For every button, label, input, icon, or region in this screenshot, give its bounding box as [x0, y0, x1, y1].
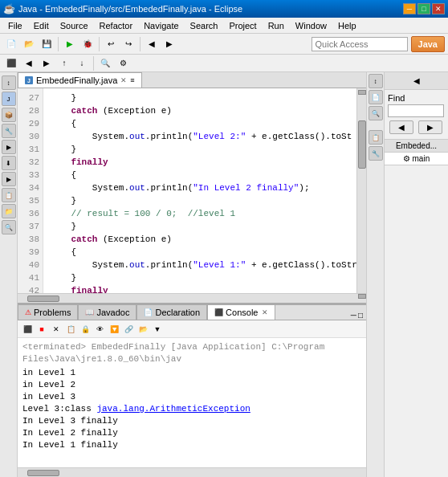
toolbar2-btn7[interactable]: ⚙ [115, 55, 131, 71]
run-button[interactable]: ▶ [62, 36, 78, 52]
sidebar-btn-8[interactable]: 📋 [2, 188, 16, 202]
exception-link[interactable]: java.lang.ArithmeticException [96, 404, 250, 414]
panel-maximize-icon[interactable]: □ [358, 311, 363, 320]
sidebar-btn-1[interactable]: ↕ [2, 75, 16, 90]
tab-problems[interactable]: ⚠ Problems [18, 304, 78, 320]
console-hscroll-thumb[interactable] [27, 470, 59, 476]
tab-console-label: Console [226, 308, 258, 317]
toolbar2-btn6[interactable]: 🔍 [97, 55, 113, 71]
declaration-icon: 📄 [144, 308, 153, 316]
sidebar-btn-9[interactable]: 📁 [2, 204, 16, 218]
center-content: J EmbededFinally.java ✕ ≡ 27 28 29 30 31… [18, 72, 366, 477]
sidebar-btn-2[interactable]: J [2, 92, 16, 106]
far-right-main-tab[interactable]: ⚙ main [385, 153, 448, 165]
menu-edit[interactable]: Edit [29, 19, 54, 32]
redo-button[interactable]: ↪ [120, 36, 136, 52]
tab-close-icon[interactable]: ✕ [120, 76, 127, 84]
far-right-top-bar: ◀ [385, 72, 448, 90]
editor-horizontal-scrollbar[interactable] [18, 293, 366, 303]
tab-javadoc[interactable]: 📖 Javadoc [78, 304, 136, 320]
minimize-button[interactable]: ─ [403, 3, 416, 14]
console-stop-button[interactable]: ■ [35, 323, 48, 336]
sidebar-btn-10[interactable]: 🔍 [2, 220, 16, 234]
toolbar2-btn4[interactable]: ↑ [56, 55, 72, 71]
java-file-icon: J [25, 76, 33, 84]
sidebar-btn-6[interactable]: ⬇ [2, 156, 16, 170]
console-line-5: In Level 3 finally [22, 415, 361, 427]
toolbar2-btn3[interactable]: ▶ [39, 55, 55, 71]
sidebar-btn-5[interactable]: ▶ [2, 140, 16, 154]
open-button[interactable]: 📂 [21, 36, 37, 52]
editor-tab-embededfinally[interactable]: J EmbededFinally.java ✕ ≡ [18, 72, 142, 88]
far-right-embeded-tab[interactable]: Embeded... [385, 140, 448, 153]
console-close-icon[interactable]: ✕ [262, 308, 268, 316]
code-editor[interactable]: } catch (Exception e) { System.out.print… [43, 88, 356, 293]
console-filter-button[interactable]: 🔽 [108, 323, 120, 336]
console-remove-button[interactable]: ✕ [50, 323, 63, 336]
debug-button[interactable]: 🐞 [79, 36, 96, 52]
menu-run[interactable]: Run [263, 19, 289, 32]
forward-button[interactable]: ▶ [161, 36, 177, 52]
tab-declaration[interactable]: 📄 Declaration [136, 304, 207, 320]
editor-vertical-scrollbar[interactable] [356, 88, 366, 293]
menu-project[interactable]: Project [224, 19, 261, 32]
toolbar2-btn1[interactable]: ⬛ [3, 55, 19, 71]
save-button[interactable]: 💾 [39, 36, 55, 52]
maximize-button[interactable]: □ [417, 3, 430, 14]
editor-hscroll-thumb[interactable] [27, 296, 59, 302]
console-menu-button[interactable]: ▼ [151, 323, 164, 336]
right-sidebar-btn-2[interactable]: 📄 [369, 90, 383, 104]
right-sidebar: ↕ 📄 🔍 📋 🔧 [366, 72, 384, 477]
right-sidebar-btn-5[interactable]: 🔧 [369, 146, 383, 161]
console-line-4: Level 3:class java.lang.ArithmeticExcept… [22, 403, 361, 415]
sidebar-btn-7[interactable]: ▶ [2, 172, 16, 186]
app-icon: ☕ [3, 3, 15, 14]
right-sidebar-btn-3[interactable]: 🔍 [369, 106, 383, 120]
console-line-3: in Level 3 [22, 391, 361, 403]
console-horizontal-scrollbar[interactable] [18, 467, 366, 477]
menu-help[interactable]: Help [333, 19, 361, 32]
find-next-button[interactable]: ▶ [418, 120, 442, 134]
console-content: <terminated> EmbededFinally [Java Applic… [18, 338, 366, 467]
close-button[interactable]: ✕ [432, 3, 445, 14]
console-scroll-lock-button[interactable]: 🔒 [79, 323, 92, 336]
menu-window[interactable]: Window [291, 19, 332, 32]
new-button[interactable]: 📄 [3, 36, 19, 52]
menu-refactor[interactable]: Refactor [95, 19, 138, 32]
toolbar2-separator [93, 56, 94, 71]
menu-file[interactable]: File [3, 19, 27, 32]
left-sidebar: ↕ J 📦 🔧 ▶ ⬇ ▶ 📋 📁 🔍 [0, 72, 18, 477]
menu-source[interactable]: Source [55, 19, 93, 32]
console-view-button[interactable]: 👁 [93, 323, 106, 336]
sidebar-btn-4[interactable]: 🔧 [2, 124, 16, 138]
right-sidebar-btn-4[interactable]: 📋 [369, 130, 383, 145]
problems-icon: ⚠ [25, 308, 31, 316]
scroll-thumb[interactable] [358, 120, 366, 169]
back-button[interactable]: ◀ [144, 36, 160, 52]
find-input[interactable] [388, 104, 444, 117]
line-numbers: 27 28 29 30 31 32 33 34 35 36 37 38 39 4… [18, 88, 43, 293]
tab-console[interactable]: ⬛ Console ✕ [207, 304, 275, 320]
console-line-7: In Level 1 finally [22, 439, 361, 451]
find-prev-button[interactable]: ◀ [389, 120, 413, 134]
toolbar-separator-3 [140, 37, 141, 51]
console-open-button[interactable]: 📂 [136, 323, 149, 336]
right-sidebar-btn-1[interactable]: ↕ [369, 74, 383, 88]
console-line-6: In Level 2 finally [22, 427, 361, 439]
main-layout: ↕ J 📦 🔧 ▶ ⬇ ▶ 📋 📁 🔍 J EmbededFinally.jav… [0, 72, 448, 477]
console-copy-button[interactable]: 📋 [64, 323, 77, 336]
menu-search[interactable]: Search [185, 19, 223, 32]
menu-navigate[interactable]: Navigate [139, 19, 183, 32]
sidebar-btn-3[interactable]: 📦 [2, 108, 16, 122]
panel-minimize-icon[interactable]: ─ [351, 311, 356, 320]
toolbar2-btn2[interactable]: ◀ [21, 55, 37, 71]
far-right-collapse-icon[interactable]: ◀ [413, 76, 420, 85]
quick-access-input[interactable] [312, 37, 408, 51]
java-perspective-button[interactable]: Java [411, 36, 445, 52]
title-bar-controls: ─ □ ✕ [403, 3, 445, 14]
undo-button[interactable]: ↩ [103, 36, 119, 52]
toolbar-separator-2 [99, 37, 100, 51]
console-link-button[interactable]: 🔗 [122, 323, 135, 336]
toolbar2-btn5[interactable]: ↓ [74, 55, 90, 71]
console-clear-button[interactable]: ⬛ [21, 323, 34, 336]
